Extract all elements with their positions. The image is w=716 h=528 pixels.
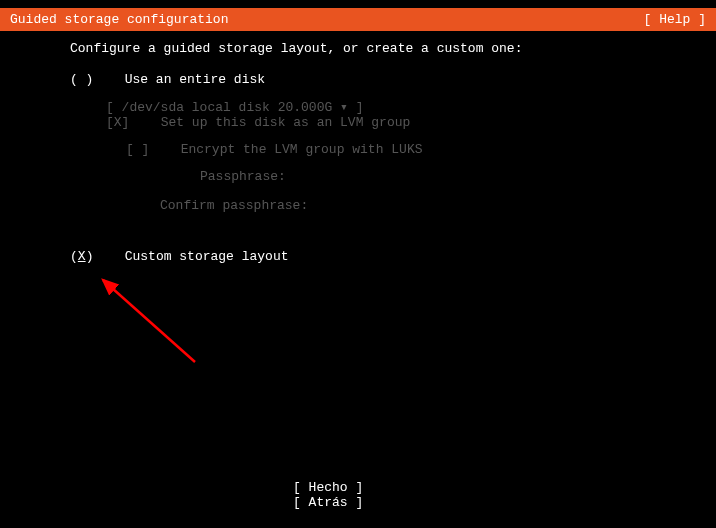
- svg-line-1: [103, 280, 195, 362]
- annotation-arrow-icon: [95, 272, 215, 372]
- main-content: Configure a guided storage layout, or cr…: [0, 31, 716, 286]
- checkbox-indicator: [ ]: [126, 142, 149, 157]
- instruction-text: Configure a guided storage layout, or cr…: [70, 41, 646, 56]
- lvm-label: Set up this disk as an LVM group: [161, 115, 411, 130]
- page-title: Guided storage configuration: [10, 12, 228, 27]
- header-bar: Guided storage configuration [ Help ]: [0, 8, 716, 31]
- encrypt-label: Encrypt the LVM group with LUKS: [181, 142, 423, 157]
- option-entire-disk-label: Use an entire disk: [125, 72, 265, 87]
- radio-x: X: [78, 249, 86, 264]
- back-button[interactable]: [ Atrás ]: [293, 495, 423, 510]
- radio-indicator: ( ): [70, 72, 93, 87]
- encrypt-option[interactable]: [ ] Encrypt the LVM group with LUKS: [126, 142, 646, 157]
- disk-selector[interactable]: [ /dev/sda local disk 20.000G ▾ ]: [106, 100, 363, 115]
- radio-close: ): [86, 249, 94, 264]
- footer: [ Hecho ] [ Atrás ]: [0, 480, 716, 510]
- checkbox-indicator: [X]: [106, 115, 129, 130]
- done-button[interactable]: [ Hecho ]: [293, 480, 423, 495]
- confirm-passphrase-label: Confirm passphrase:: [160, 198, 646, 213]
- radio-open: (: [70, 249, 78, 264]
- option-entire-disk[interactable]: ( ) Use an entire disk: [70, 72, 646, 87]
- lvm-option[interactable]: [X] Set up this disk as an LVM group: [106, 115, 646, 130]
- help-button[interactable]: [ Help ]: [644, 12, 706, 27]
- option-custom-layout[interactable]: (X) Custom storage layout: [70, 249, 646, 264]
- option-custom-label: Custom storage layout: [125, 249, 289, 264]
- passphrase-label: Passphrase:: [200, 169, 646, 184]
